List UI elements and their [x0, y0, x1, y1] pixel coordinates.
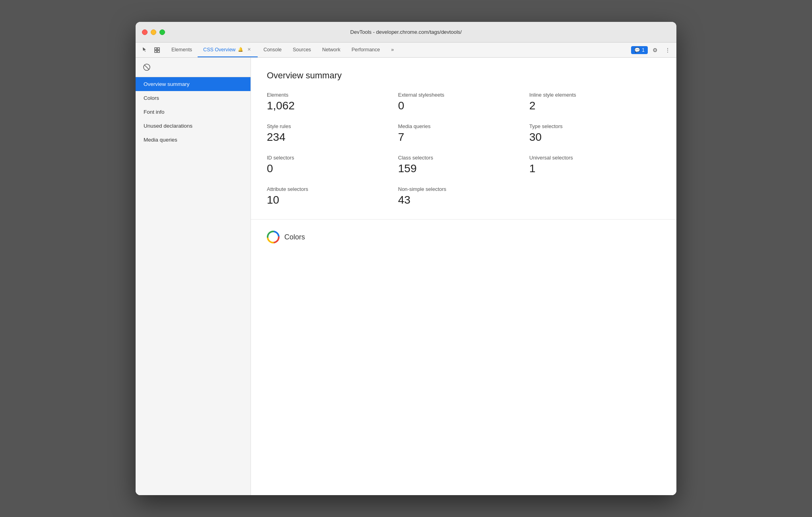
stat-inline-style-value: 2: [529, 99, 660, 112]
svg-rect-0: [155, 48, 157, 50]
colors-section: Colors: [251, 220, 676, 255]
tab-console[interactable]: Console: [258, 43, 287, 57]
stat-external-stylesheets-label: External stylesheets: [398, 92, 529, 98]
stat-type-selectors: Type selectors 30: [529, 123, 660, 144]
sidebar-item-font-info[interactable]: Font info: [136, 105, 251, 119]
svg-line-5: [144, 65, 149, 70]
stat-class-selectors-label: Class selectors: [398, 155, 529, 161]
chat-icon: 💬: [634, 47, 640, 53]
stat-class-selectors: Class selectors 159: [398, 155, 529, 175]
window-title: DevTools - developer.chrome.com/tags/dev…: [142, 29, 670, 35]
devtools-window: DevTools - developer.chrome.com/tags/dev…: [136, 22, 676, 495]
toolbar-right: 💬 1 ⚙ ⋮: [628, 43, 676, 57]
tabs-container: Elements CSS Overview 🔔 ✕ Console Source…: [166, 43, 628, 57]
stat-class-selectors-value: 159: [398, 162, 529, 175]
stat-universal-selectors: Universal selectors 1: [529, 155, 660, 175]
stat-elements-label: Elements: [267, 92, 398, 98]
tab-sources[interactable]: Sources: [287, 43, 317, 57]
block-icon: [142, 62, 152, 72]
svg-rect-3: [157, 51, 159, 52]
stat-universal-selectors-label: Universal selectors: [529, 155, 660, 161]
title-bar: DevTools - developer.chrome.com/tags/dev…: [136, 22, 676, 43]
main-content: Overview summary Colors Font info Unused…: [136, 58, 676, 495]
stat-media-queries-value: 7: [398, 131, 529, 144]
sidebar-nav: Overview summary Colors Font info Unused…: [136, 77, 251, 495]
settings-button[interactable]: ⚙: [649, 45, 660, 56]
stat-id-selectors-label: ID selectors: [267, 155, 398, 161]
sidebar-item-colors[interactable]: Colors: [136, 91, 251, 105]
sidebar-item-media-queries[interactable]: Media queries: [136, 133, 251, 147]
stat-elements: Elements 1,062: [267, 92, 398, 112]
stat-non-simple-selectors-label: Non-simple selectors: [398, 186, 529, 192]
bell-icon: 🔔: [238, 47, 243, 52]
tab-css-overview[interactable]: CSS Overview 🔔 ✕: [198, 43, 258, 57]
stat-inline-style-elements: Inline style elements 2: [529, 92, 660, 112]
colors-header: Colors: [267, 231, 660, 243]
stat-style-rules-value: 234: [267, 131, 398, 144]
maximize-button[interactable]: [159, 29, 165, 35]
tab-performance[interactable]: Performance: [346, 43, 386, 57]
inspect-icon[interactable]: [152, 45, 163, 56]
svg-rect-2: [155, 51, 157, 52]
content-area[interactable]: Overview summary Elements 1,062 External…: [251, 58, 676, 495]
tab-close-button[interactable]: ✕: [246, 47, 252, 53]
sidebar-item-unused-declarations[interactable]: Unused declarations: [136, 119, 251, 133]
sidebar-header: [136, 58, 251, 77]
stat-external-stylesheets: External stylesheets 0: [398, 92, 529, 112]
stat-external-stylesheets-value: 0: [398, 99, 529, 112]
sidebar: Overview summary Colors Font info Unused…: [136, 58, 251, 495]
stat-elements-value: 1,062: [267, 99, 398, 112]
stat-inline-style-label: Inline style elements: [529, 92, 660, 98]
overview-summary-section: Overview summary Elements 1,062 External…: [251, 58, 676, 220]
stat-universal-selectors-value: 1: [529, 162, 660, 175]
minimize-button[interactable]: [151, 29, 156, 35]
svg-rect-1: [157, 48, 159, 50]
color-wheel-icon: [267, 231, 280, 243]
stat-attribute-selectors-label: Attribute selectors: [267, 186, 398, 192]
tab-bar: Elements CSS Overview 🔔 ✕ Console Source…: [136, 43, 676, 58]
feedback-badge[interactable]: 💬 1: [631, 46, 648, 54]
more-options-button[interactable]: ⋮: [662, 45, 673, 56]
traffic-lights: [142, 29, 165, 35]
stat-attribute-selectors: Attribute selectors 10: [267, 186, 398, 206]
stat-attribute-selectors-value: 10: [267, 194, 398, 206]
tab-more[interactable]: »: [386, 43, 400, 57]
close-button[interactable]: [142, 29, 148, 35]
stat-non-simple-selectors: Non-simple selectors 43: [398, 186, 529, 206]
stat-media-queries-label: Media queries: [398, 123, 529, 129]
stats-grid: Elements 1,062 External stylesheets 0 In…: [267, 92, 660, 206]
stat-id-selectors: ID selectors 0: [267, 155, 398, 175]
cursor-icon[interactable]: [139, 45, 150, 56]
stat-type-selectors-value: 30: [529, 131, 660, 144]
sidebar-item-overview-summary[interactable]: Overview summary: [136, 77, 251, 91]
tab-network[interactable]: Network: [317, 43, 346, 57]
tab-elements[interactable]: Elements: [166, 43, 198, 57]
colors-title: Colors: [284, 233, 305, 241]
stat-non-simple-selectors-value: 43: [398, 194, 529, 206]
toolbar-left: [139, 43, 166, 57]
stat-style-rules: Style rules 234: [267, 123, 398, 144]
stat-type-selectors-label: Type selectors: [529, 123, 660, 129]
stat-media-queries: Media queries 7: [398, 123, 529, 144]
stat-id-selectors-value: 0: [267, 162, 398, 175]
overview-summary-title: Overview summary: [267, 70, 660, 81]
stat-style-rules-label: Style rules: [267, 123, 398, 129]
